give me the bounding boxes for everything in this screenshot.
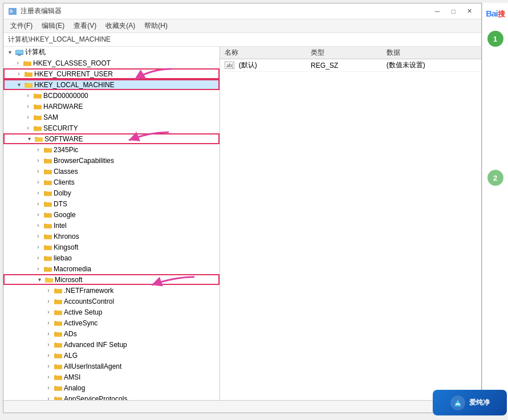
expand-netframework[interactable]: › [44,287,52,295]
tree-item-browsercap[interactable]: › BrowserCapabilities [3,155,220,166]
tree-item-classes[interactable]: › Classes [3,166,220,177]
tree-label-local-machine: HKEY_LOCAL_MACHINE [34,81,115,89]
expand-alluserinstallagent[interactable]: › [44,362,52,370]
menu-bar: 文件(F) 编辑(E) 查看(V) 收藏夹(A) 帮助(H) [3,19,481,33]
expand-activesync[interactable]: › [44,319,52,327]
tree-item-bcd[interactable]: › BCD00000000 [3,90,220,101]
expand-alg[interactable]: › [44,352,52,360]
svg-rect-5 [16,50,23,54]
svg-rect-29 [54,300,62,304]
tree-item-liebao[interactable]: › liebao [3,252,220,263]
tree-item-current-user[interactable]: › HKEY_CURRENT_USER [3,68,220,79]
expand-intel[interactable]: › [34,222,42,230]
svg-rect-21 [44,213,52,217]
expand-software[interactable]: ▾ [25,135,33,143]
tree-item-classes-root[interactable]: › HKEY_CLASSES_ROOT [3,58,220,68]
tree-item-local-machine[interactable]: ▾ HKEY_LOCAL_MACHINE [3,79,220,90]
svg-rect-38 [54,397,62,400]
expand-macromedia[interactable]: › [34,265,42,273]
folder-icon-amsi [54,373,63,381]
expand-computer[interactable]: ▾ [6,48,14,56]
maximize-button[interactable]: □ [446,6,461,17]
folder-icon-advanced-inf [54,341,63,349]
svg-rect-9 [25,83,32,87]
menu-favorites[interactable]: 收藏夹(A) [101,20,140,32]
expand-kingsoft[interactable]: › [34,243,42,251]
tree-item-security[interactable]: › SECURITY [3,123,220,133]
svg-rect-27 [45,278,53,282]
tree-item-microsoft[interactable]: ▾ Microsoft [3,274,220,285]
menu-file[interactable]: 文件(F) [6,20,37,32]
expand-liebao[interactable]: › [34,254,42,262]
close-button[interactable]: ✕ [462,6,477,17]
tree-item-appserviceprotocols[interactable]: › AppServiceProtocols [3,393,220,400]
tree-item-khronos[interactable]: › Khronos [3,231,220,242]
tree-item-alg[interactable]: › ALG [3,350,220,361]
menu-help[interactable]: 帮助(H) [140,20,172,32]
menu-edit[interactable]: 编辑(E) [37,20,69,32]
tree-item-kingsoft[interactable]: › Kingsoft [3,242,220,252]
tree-item-google[interactable]: › Google [3,209,220,220]
svg-rect-25 [44,256,52,260]
expand-browsercap[interactable]: › [34,157,42,165]
expand-microsoft[interactable]: ▾ [35,276,43,284]
tree-item-2345pic[interactable]: › 2345Pic [3,144,220,155]
expand-local-machine[interactable]: ▾ [15,81,23,89]
tree-item-netframework[interactable]: › .NETFramework [3,285,220,296]
svg-rect-22 [44,224,52,228]
tree-item-amsi[interactable]: › AMSI [3,372,220,382]
tree-item-dolby[interactable]: › Dolby [3,187,220,198]
expand-accountscontrol[interactable]: › [44,297,52,305]
expand-dolby[interactable]: › [34,189,42,197]
expand-analog[interactable]: › [44,384,52,392]
expand-khronos[interactable]: › [34,233,42,240]
tree-item-clients[interactable]: › Clients [3,177,220,187]
address-text: 计算机\HKEY_LOCAL_MACHINE [8,35,111,44]
tree-item-accountscontrol[interactable]: › AccountsControl [3,296,220,307]
expand-classes-root[interactable]: › [14,59,22,67]
tree-item-intel[interactable]: › Intel [3,220,220,231]
folder-icon-bcd [33,92,42,100]
expand-ads[interactable]: › [44,330,52,338]
minimize-button[interactable]: ─ [430,6,445,17]
expand-sam[interactable]: › [24,113,32,121]
tree-item-advanced-inf[interactable]: › Advanced INF Setup [3,339,220,350]
tree-label-accountscontrol: AccountsControl [64,297,114,305]
expand-dts[interactable]: › [34,200,42,208]
expand-google[interactable]: › [34,211,42,219]
badge-1: 1 [487,31,503,47]
expand-amsi[interactable]: › [44,373,52,381]
expand-hardware[interactable]: › [24,103,32,111]
tree-panel[interactable]: ▾ 计算机 › HKEY_CLASSES_ROOT › [3,47,220,400]
tree-item-macromedia[interactable]: › Macromedia [3,263,220,274]
expand-clients[interactable]: › [34,178,42,186]
tree-item-activesync[interactable]: › ActiveSync [3,317,220,328]
tree-item-active-setup[interactable]: › Active Setup [3,307,220,317]
expand-current-user[interactable]: › [15,70,23,78]
tree-item-analog[interactable]: › Analog [3,382,220,393]
expand-bcd[interactable]: › [24,92,32,100]
expand-active-setup[interactable]: › [44,308,52,316]
folder-icon-sam [33,113,42,121]
menu-view[interactable]: 查看(V) [69,20,101,32]
tree-item-sam[interactable]: › SAM [3,112,220,123]
svg-rect-7 [23,62,31,66]
tree-item-alluserinstallagent[interactable]: › AllUserInstallAgent [3,361,220,372]
expand-classes[interactable]: › [34,168,42,176]
svg-rect-11 [34,105,42,109]
expand-appserviceprotocols[interactable]: › [44,395,52,401]
window-controls: ─ □ ✕ [430,6,477,17]
folder-icon-khronos [43,233,52,240]
tree-item-dts[interactable]: › DTS [3,198,220,209]
tree-item-computer[interactable]: ▾ 计算机 [3,47,220,58]
tree-label-computer: 计算机 [25,47,46,57]
tree-item-ads[interactable]: › ADs [3,328,220,339]
folder-icon-local-machine [24,81,33,89]
address-bar: 计算机\HKEY_LOCAL_MACHINE [3,33,481,47]
tree-label-sam: SAM [43,113,58,121]
expand-2345pic[interactable]: › [34,146,42,154]
expand-advanced-inf[interactable]: › [44,341,52,349]
tree-item-software[interactable]: ▾ SOFTWARE [3,133,220,144]
expand-security[interactable]: › [24,124,32,132]
tree-item-hardware[interactable]: › HARDWARE [3,101,220,112]
